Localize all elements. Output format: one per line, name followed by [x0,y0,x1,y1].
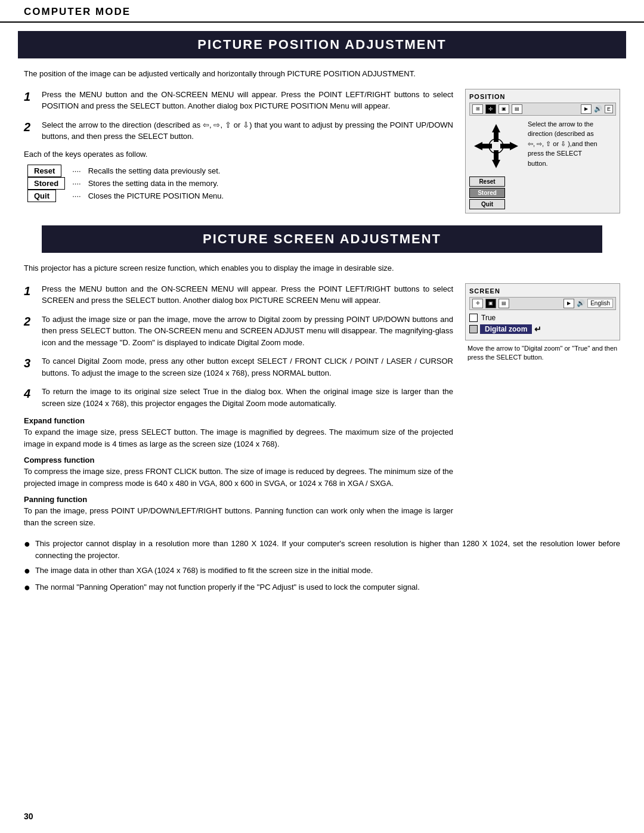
section1-intro: The position of the image can be adjuste… [24,68,620,80]
compress-function-section: Compress function To compress the image … [24,456,453,489]
key-quit-label: Quit [27,190,56,202]
bullet-text-2: The image data in other than XGA (1024 x… [35,565,373,577]
screen-item-digital-zoom: Digital zoom ↵ [469,324,616,334]
arrow-cross-svg [469,119,523,173]
diagram-box-position: POSITION ⊞ ✛ ▣ ▤ ▶ 🔊 E [465,89,620,213]
menu-icon-screen: ▣ [499,104,509,114]
compress-function-label: Compress function [24,456,453,465]
step-number-1: 1 [24,89,36,112]
section1-diagram: POSITION ⊞ ✛ ▣ ▤ ▶ 🔊 E [465,89,620,213]
table-row: Reset ···· Recalls the setting data prev… [24,165,227,177]
arrow-enter-icon: ↵ [534,324,541,334]
screen-diagram-note: Move the arrow to "Digital zoom" or "Tru… [467,344,620,363]
menu-icon-grid: ⊞ [472,104,483,114]
top-header: COMPUTER MODE [0,0,644,23]
panning-function-label: Panning function [24,495,453,504]
panning-function-text: To pan the image, press POINT UP/DOWN/LE… [24,505,453,528]
key-reset-desc: Recalls the setting data previously set. [85,165,228,177]
svg-marker-4 [474,142,482,150]
menu-icon-speaker: 🔊 [594,105,602,113]
section1-step2: 2 Select the arrow to the direction (des… [24,119,453,143]
diagram-box-screen: SCREEN ✛ ▣ ▤ ▶ 🔊 English True [465,283,620,340]
bullet-icon-1: ● [24,538,30,551]
step-s4-text: To return the image to its original size… [42,386,453,409]
list-item: ● This projector cannot display in a res… [24,538,620,561]
svg-rect-7 [500,144,511,148]
arrow-cross-container: Reset Stored Quit [469,119,523,209]
key-stored-desc: Stores the setting data in the memory. [85,177,228,190]
bullet-icon-2: ● [24,565,30,578]
step-s1-text: Press the MENU button and the ON-SCREEN … [42,283,453,306]
list-item: ● The image data in other than XGA (1024… [24,565,620,578]
true-label: True [481,314,496,322]
menu-icon-arrow: ▶ [581,104,592,114]
menu-icon-e: E [605,105,613,113]
bullet-list: ● This projector cannot display in a res… [24,538,620,594]
svg-marker-6 [510,142,518,150]
section1-steps: 1 Press the MENU button and the ON-SCREE… [24,89,453,208]
bullet-text-3: The normal "Panning Operation" may not f… [35,581,420,593]
section2-diagram: SCREEN ✛ ▣ ▤ ▶ 🔊 English True [465,283,620,363]
page-number: 30 [24,812,33,821]
menu-icon-cross: ✛ [485,104,496,114]
diagram-position-note: Select the arrow to the direction (descr… [528,119,599,169]
page-wrapper: COMPUTER MODE PICTURE POSITION ADJUSTMEN… [0,0,644,833]
svg-marker-2 [492,160,500,168]
screen-icon-cross: ✛ [472,299,483,308]
section2-banner: PICTURE SCREEN ADJUSTMENT [42,225,602,253]
step-number-s4: 4 [24,386,36,409]
key-table: Reset ···· Recalls the setting data prev… [24,165,227,202]
key-quit-dots: ···· [69,190,84,202]
screen-item-true: True [469,314,616,322]
menu-icon-doc: ▤ [512,104,522,114]
expand-function-section: Expand function To expand the image size… [24,416,453,450]
section2-content: 1 Press the MENU button and the ON-SCREE… [24,283,620,532]
diagram-screen-label: SCREEN [469,287,616,295]
step-number-s2: 2 [24,314,36,349]
digital-zoom-label: Digital zoom [480,324,532,334]
section1-banner: PICTURE POSITION ADJUSTMENT [18,31,626,58]
key-quit-desc: Closes the PICTURE POSITION Menu. [85,190,228,202]
screen-menu-bar: ✛ ▣ ▤ ▶ 🔊 English [469,297,616,310]
step-number-s1: 1 [24,283,36,306]
bullet-icon-3: ● [24,581,30,594]
screen-icon-doc: ▤ [499,299,509,308]
page-title: COMPUTER MODE [24,6,131,17]
panning-function-section: Panning function To pan the image, press… [24,495,453,528]
screen-icon-arrow: ▶ [564,299,574,308]
screen-icon-speaker: 🔊 [577,299,585,307]
svg-marker-0 [492,124,500,132]
position-buttons: Reset Stored Quit [469,176,523,209]
section2-step1: 1 Press the MENU button and the ON-SCREE… [24,283,453,306]
stored-button[interactable]: Stored [469,188,505,198]
step-s2-text: To adjust the image size or pan the imag… [42,314,453,349]
key-stored-dots: ···· [69,177,84,190]
svg-rect-1 [494,131,499,142]
svg-rect-3 [494,150,499,161]
screen-icon-screen: ▣ [485,299,496,308]
compress-function-text: To compress the image size, press FRONT … [24,466,453,489]
english-label: English [587,299,613,308]
step-number-2: 2 [24,119,36,143]
step1-text: Press the MENU button and the ON-SCREEN … [42,89,453,112]
diagram-position-label: POSITION [469,93,616,100]
true-checkbox [469,314,478,322]
section2-step2: 2 To adjust the image size or pan the im… [24,314,453,349]
step-s3-text: To cancel Digital Zoom mode, press any o… [42,355,453,379]
step-number-s3: 3 [24,355,36,379]
list-item: ● The normal "Panning Operation" may not… [24,581,620,594]
section2-intro: This projector has a picture screen resi… [24,262,620,275]
position-menu-bar: ⊞ ✛ ▣ ▤ ▶ 🔊 E [469,103,616,116]
svg-rect-5 [481,144,492,148]
key-reset-dots: ···· [69,165,84,177]
section2-steps: 1 Press the MENU button and the ON-SCREE… [24,283,453,532]
table-row: Stored ···· Stores the setting data in t… [24,177,227,190]
section1-content: 1 Press the MENU button and the ON-SCREE… [24,89,620,213]
expand-function-text: To expand the image size, press SELECT b… [24,426,453,450]
reset-button[interactable]: Reset [469,176,505,187]
step2-text: Select the arrow to the direction (descr… [42,119,453,143]
quit-button[interactable]: Quit [469,199,505,209]
digital-zoom-checkbox [469,325,478,333]
section1-step1: 1 Press the MENU button and the ON-SCREE… [24,89,453,112]
table-row: Quit ···· Closes the PICTURE POSITION Me… [24,190,227,202]
